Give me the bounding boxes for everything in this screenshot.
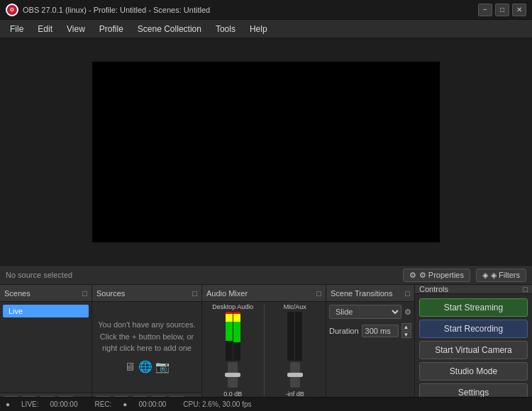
no-source-label: No source selected (6, 271, 397, 279)
transitions-popout-icon[interactable]: □ (405, 289, 410, 298)
duration-up-button[interactable]: ▲ (401, 323, 411, 330)
desktop-audio-fader[interactable] (228, 362, 238, 388)
desktop-audio-label: Desktop Audio (212, 303, 253, 310)
properties-button[interactable]: ⚙ ⚙ Properties (403, 269, 470, 282)
sources-title: Sources (96, 289, 125, 298)
mic-aux-meter-left-overlay (287, 312, 294, 361)
sources-empty-message: You don't have any sources. Click the + … (92, 302, 201, 393)
desktop-audio-fader-thumb (225, 373, 240, 377)
audio-mixer-header: Audio Mixer □ (202, 285, 326, 302)
filters-label: ◈ Filters (491, 271, 520, 280)
menu-file[interactable]: File (3, 22, 31, 36)
transitions-duration-row: Duration ▲ ▼ (329, 323, 411, 338)
audio-mixer-title: Audio Mixer (206, 289, 248, 298)
status-dot-icon: ● (6, 400, 10, 408)
properties-label: ⚙ Properties (419, 271, 464, 280)
maximize-button[interactable]: □ (495, 4, 509, 16)
close-button[interactable]: ✕ (512, 4, 526, 16)
audio-mixer-popout-icon[interactable]: □ (316, 289, 321, 298)
mic-aux-label: Mic/Aux (284, 303, 306, 310)
app-icon: O (6, 4, 18, 16)
bottom-panels: Scenes □ Live + − ▲ ▼ Sources □ You don'… (0, 285, 532, 411)
mic-aux-meter-container (287, 312, 302, 361)
camera-icon: 📷 (155, 359, 170, 376)
audio-channels: Desktop Audio 0.0 dB (202, 302, 326, 411)
mic-aux-fader[interactable] (290, 362, 300, 388)
cpu-info: CPU: 2.6%, 30.00 fps (183, 400, 251, 408)
duration-label: Duration (329, 327, 359, 335)
scenes-popout-icon[interactable]: □ (82, 289, 87, 298)
source-bar: No source selected ⚙ ⚙ Properties ◈ ◈ Fi… (0, 265, 532, 285)
sources-empty-text: You don't have any sources. Click the + … (98, 319, 196, 354)
controls-header: Controls □ (415, 285, 532, 294)
title-bar: O OBS 27.0.1 (linux) - Profile: Untitled… (0, 0, 532, 20)
gear-icon: ⚙ (409, 271, 416, 280)
scenes-content: Live (0, 302, 92, 393)
mic-aux-meter-left (287, 312, 294, 361)
mic-aux-meter-right-overlay (295, 312, 302, 361)
title-bar-text: OBS 27.0.1 (linux) - Profile: Untitled -… (23, 6, 478, 14)
rec-dot-icon: ● (123, 400, 127, 408)
live-label: LIVE: (21, 400, 38, 408)
filters-button[interactable]: ◈ ◈ Filters (476, 269, 526, 282)
live-time: 00:00:00 (50, 400, 78, 408)
transition-type-select[interactable]: Slide Fade Cut (329, 305, 401, 319)
sources-popout-icon[interactable]: □ (192, 289, 197, 298)
studio-mode-button[interactable]: Studio Mode (419, 362, 528, 381)
desktop-audio-meter-right (233, 312, 240, 361)
sources-type-icons: 🖥 🌐 📷 (124, 359, 170, 376)
start-streaming-button[interactable]: Start Streaming (419, 298, 528, 317)
transitions-content: Slide Fade Cut ⚙ Duration ▲ ▼ (326, 302, 414, 411)
transitions-title: Scene Transitions (331, 289, 392, 298)
desktop-audio-meter-container (226, 312, 240, 361)
sources-panel: Sources □ You don't have any sources. Cl… (92, 285, 202, 411)
menu-bar: File Edit View Profile Scene Collection … (0, 20, 532, 38)
scenes-header: Scenes □ (0, 285, 92, 302)
start-virtual-camera-button[interactable]: Start Virtual Camera (419, 341, 528, 359)
mic-aux-channel: Mic/Aux -inf dB (267, 303, 323, 410)
sources-header: Sources □ (92, 285, 201, 302)
menu-profile[interactable]: Profile (92, 22, 131, 36)
menu-view[interactable]: View (60, 22, 92, 36)
menu-scene-collection[interactable]: Scene Collection (131, 22, 209, 36)
menu-tools[interactable]: Tools (209, 22, 243, 36)
start-recording-button[interactable]: Start Recording (419, 320, 528, 338)
duration-spinner: ▲ ▼ (401, 323, 411, 338)
scenes-title: Scenes (4, 289, 31, 298)
desktop-audio-meter-right-overlay (233, 342, 240, 361)
menu-edit[interactable]: Edit (31, 22, 60, 36)
controls-title: Controls (419, 285, 448, 293)
status-bar: ● LIVE: 00:00:00 REC: ● 00:00:00 CPU: 2.… (0, 397, 532, 411)
filter-icon: ◈ (482, 271, 488, 280)
rec-time: 00:00:00 (138, 400, 166, 408)
transitions-inner: Slide Fade Cut ⚙ Duration ▲ ▼ (326, 302, 414, 345)
sources-content[interactable]: You don't have any sources. Click the + … (92, 302, 201, 393)
transitions-settings-button[interactable]: ⚙ (404, 308, 411, 317)
scenes-panel: Scenes □ Live + − ▲ ▼ (0, 285, 92, 411)
scene-item-live[interactable]: Live (3, 305, 89, 317)
audio-mixer-content: Desktop Audio 0.0 dB (202, 302, 326, 411)
desktop-audio-meter-left (226, 312, 233, 361)
duration-input[interactable] (362, 325, 399, 337)
controls-panel: Controls □ Start Streaming Start Recordi… (415, 285, 532, 411)
audio-mixer-panel: Audio Mixer □ Desktop Audio (202, 285, 326, 411)
title-bar-controls: − □ ✕ (478, 4, 526, 16)
rec-label: REC: (94, 400, 111, 408)
preview-container (0, 38, 532, 265)
desktop-audio-channel: Desktop Audio 0.0 dB (205, 303, 261, 410)
image-icon: 🌐 (138, 359, 153, 376)
controls-content: Start Streaming Start Recording Start Vi… (415, 294, 532, 411)
desktop-audio-meter-left-overlay (226, 341, 233, 360)
main-area: No source selected ⚙ ⚙ Properties ◈ ◈ Fi… (0, 38, 532, 411)
minimize-button[interactable]: − (478, 4, 492, 16)
duration-down-button[interactable]: ▼ (401, 331, 411, 338)
transitions-header: Scene Transitions □ (326, 285, 414, 302)
monitor-icon: 🖥 (124, 359, 135, 376)
audio-divider (264, 305, 265, 408)
preview-canvas (92, 62, 440, 242)
controls-popout-icon[interactable]: □ (523, 285, 528, 293)
obs-logo: O (6, 4, 18, 16)
mic-aux-meter-right (295, 312, 302, 361)
scene-transitions-panel: Scene Transitions □ Slide Fade Cut ⚙ Dur… (326, 285, 415, 411)
menu-help[interactable]: Help (243, 22, 275, 36)
